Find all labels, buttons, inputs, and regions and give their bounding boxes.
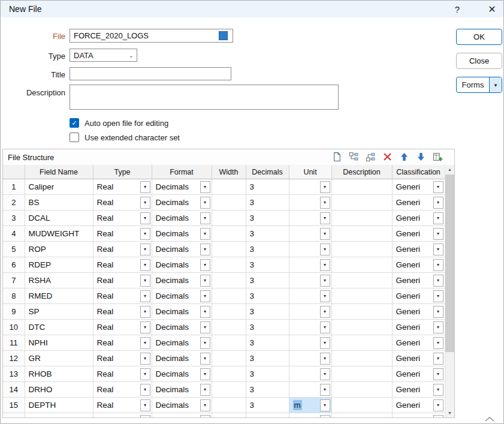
unit-cell[interactable]: ▾ (289, 366, 331, 382)
row-number-cell[interactable]: 5 (3, 242, 25, 257)
unit-dropdown-button[interactable]: ▾ (320, 197, 330, 209)
width-cell[interactable] (212, 257, 246, 273)
format-cell[interactable]: Decimals▾ (152, 320, 212, 335)
description-cell[interactable] (331, 413, 392, 419)
move-field-up-button[interactable] (398, 151, 411, 163)
column-header-description[interactable]: Description (331, 165, 392, 179)
classification-dropdown-button[interactable]: ▾ (433, 243, 443, 255)
unit-cell[interactable]: ▾ (289, 320, 331, 335)
column-header-decimals[interactable]: Decimals (246, 165, 289, 179)
column-header-format[interactable]: Format (152, 165, 212, 179)
auto-open-checkbox[interactable]: ✓ (70, 118, 79, 128)
format-dropdown-button[interactable]: ▾ (200, 306, 210, 318)
decimals-cell[interactable]: 3 (246, 304, 289, 320)
type-dropdown-button[interactable]: ▾ (140, 212, 150, 224)
format-dropdown-button[interactable]: ▾ (200, 259, 210, 271)
unit-cell[interactable]: ▾ (289, 195, 331, 211)
format-cell[interactable]: Decimals▾ (152, 366, 212, 382)
width-cell[interactable] (212, 398, 246, 413)
type-cell[interactable]: Real▾ (93, 288, 152, 304)
width-cell[interactable] (212, 413, 246, 419)
width-cell[interactable] (212, 288, 246, 304)
type-cell[interactable]: Real▾ (93, 226, 152, 242)
unit-cell[interactable]: ▾ (289, 211, 331, 226)
decimals-cell[interactable]: 3 (246, 242, 289, 257)
column-header-width[interactable]: Width (212, 165, 246, 179)
width-cell[interactable] (212, 366, 246, 382)
type-dropdown-button[interactable]: ▾ (140, 384, 150, 396)
width-cell[interactable] (212, 304, 246, 320)
unit-cell[interactable]: ▾ (289, 335, 331, 351)
classification-dropdown-button[interactable]: ▾ (433, 275, 443, 287)
unit-cell[interactable]: ▾ (289, 304, 331, 320)
field-name-cell[interactable]: GR (25, 351, 93, 366)
type-dropdown-button[interactable]: ▾ (140, 197, 150, 209)
decimals-cell[interactable]: 3 (246, 366, 289, 382)
type-dropdown-button[interactable]: ▾ (140, 181, 150, 193)
field-name-cell[interactable]: DEPTH (25, 398, 93, 413)
type-cell[interactable]: Real▾ (93, 273, 152, 288)
row-number-cell[interactable]: 16 (3, 413, 25, 419)
decimals-cell[interactable]: 3 (246, 335, 289, 351)
row-number-cell[interactable]: 7 (3, 273, 25, 288)
row-number-cell[interactable]: 8 (3, 288, 25, 304)
unit-cell[interactable]: ▾ (289, 226, 331, 242)
unit-dropdown-button[interactable]: ▾ (320, 259, 330, 271)
type-dropdown-button[interactable]: ▾ (140, 321, 150, 333)
width-cell[interactable] (212, 335, 246, 351)
unit-cell[interactable]: ▾ (289, 257, 331, 273)
row-number-cell[interactable]: 3 (3, 211, 25, 226)
description-cell[interactable] (331, 335, 392, 351)
format-cell[interactable]: Decimals▾ (152, 195, 212, 211)
format-cell[interactable]: Decimals▾ (152, 382, 212, 398)
classification-cell[interactable]: Generic▾ (392, 195, 445, 211)
row-number-cell[interactable]: 15 (3, 398, 25, 413)
unit-dropdown-button[interactable]: ▾ (320, 384, 330, 396)
format-cell[interactable]: Decimals▾ (152, 257, 212, 273)
field-name-cell[interactable]: ROP (25, 242, 93, 257)
width-cell[interactable] (212, 320, 246, 335)
unit-dropdown-button[interactable]: ▾ (320, 353, 330, 365)
row-number-cell[interactable]: 9 (3, 304, 25, 320)
description-cell[interactable] (331, 257, 392, 273)
extended-charset-checkbox[interactable] (70, 133, 79, 142)
unit-cell[interactable]: ▾ (289, 179, 331, 195)
type-cell[interactable]: Real▾ (93, 366, 152, 382)
column-header-unit[interactable]: Unit (289, 165, 331, 179)
classification-cell[interactable]: Generic▾ (392, 398, 445, 413)
width-cell[interactable] (212, 211, 246, 226)
unit-dropdown-button[interactable]: ▾ (320, 337, 330, 349)
classification-dropdown-button[interactable]: ▾ (433, 290, 443, 302)
insert-field-button[interactable] (348, 151, 360, 163)
row-number-cell[interactable]: 4 (3, 226, 25, 242)
append-field-button[interactable] (364, 151, 377, 163)
classification-dropdown-button[interactable]: ▾ (433, 337, 443, 349)
field-name-cell[interactable]: BS (25, 195, 93, 211)
unit-cell[interactable]: ▾ (289, 273, 331, 288)
decimals-cell[interactable]: 3 (246, 413, 289, 419)
description-cell[interactable] (331, 382, 392, 398)
format-dropdown-button[interactable]: ▾ (200, 321, 210, 333)
decimals-cell[interactable]: 3 (246, 351, 289, 366)
scrollbar-thumb[interactable] (445, 175, 454, 352)
description-cell[interactable] (331, 320, 392, 335)
forms-button[interactable]: Forms (457, 77, 489, 92)
unit-dropdown-button[interactable]: ▾ (320, 399, 330, 411)
field-name-cell[interactable]: RMED (25, 288, 93, 304)
help-button[interactable]: ? (448, 1, 466, 17)
description-cell[interactable] (331, 179, 392, 195)
format-cell[interactable]: Decimals▾ (152, 335, 212, 351)
classification-dropdown-button[interactable]: ▾ (433, 399, 443, 411)
decimals-cell[interactable]: 3 (246, 288, 289, 304)
ok-button[interactable]: OK (456, 29, 502, 45)
unit-cell[interactable]: ▾ (289, 351, 331, 366)
scroll-up-icon[interactable]: ▲ (445, 165, 454, 174)
format-cell[interactable]: Decimals▾ (152, 413, 212, 419)
format-dropdown-button[interactable]: ▾ (200, 212, 210, 224)
unit-cell[interactable]: ▾ (289, 242, 331, 257)
classification-dropdown-button[interactable]: ▾ (433, 197, 443, 209)
unit-cell[interactable]: ▾ (289, 413, 331, 419)
row-number-cell[interactable]: 2 (3, 195, 25, 211)
classification-cell[interactable]: Generic▾ (392, 304, 445, 320)
unit-dropdown-button[interactable]: ▾ (320, 290, 330, 302)
